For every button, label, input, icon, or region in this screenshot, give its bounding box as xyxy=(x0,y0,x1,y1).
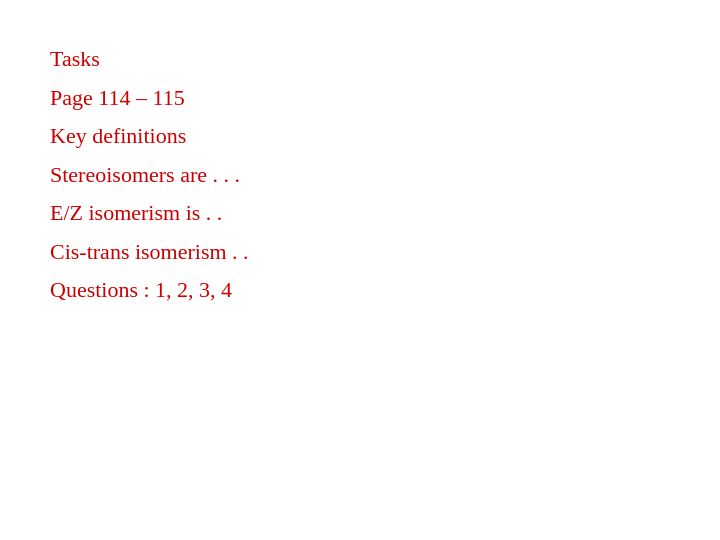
stereoisomers-line: Stereoisomers are . . . xyxy=(50,156,670,195)
questions-line: Questions : 1, 2, 3, 4 xyxy=(50,271,670,310)
main-content: Tasks Page 114 – 115 Key definitions Ste… xyxy=(0,0,720,350)
ez-isomerism-line: E/Z isomerism is . . xyxy=(50,194,670,233)
cis-trans-isomerism-line: Cis-trans isomerism . . xyxy=(50,233,670,272)
tasks-line: Tasks xyxy=(50,40,670,79)
key-definitions-line: Key definitions xyxy=(50,117,670,156)
page-range-line: Page 114 – 115 xyxy=(50,79,670,118)
